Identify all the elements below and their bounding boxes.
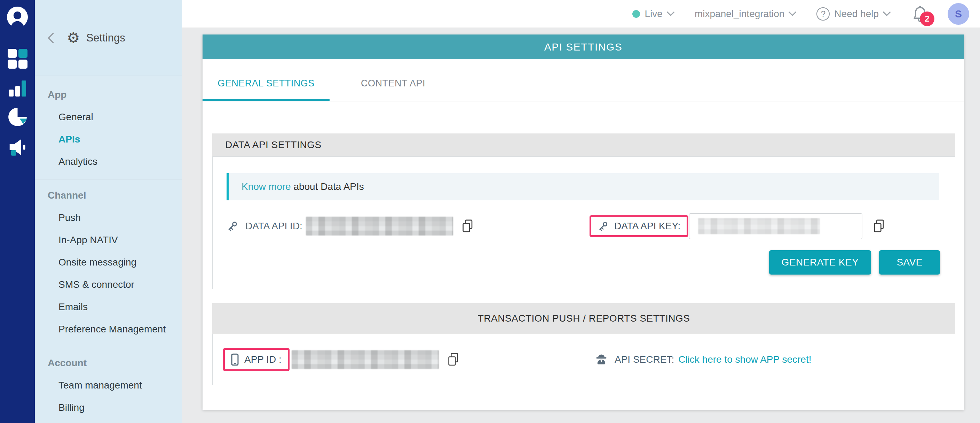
project-name: mixpanel_integration [695,8,784,19]
card-body: DATA API SETTINGS Know more about Data A… [202,101,964,385]
data-api-key-field: DATA API KEY: [590,213,885,239]
project-dropdown[interactable]: mixpanel_integration [695,8,796,19]
live-status-dot [632,10,640,18]
campaigns-megaphone-icon[interactable] [8,137,27,157]
save-button[interactable]: SAVE [879,250,940,275]
sidebar-item-team-management[interactable]: Team management [35,374,182,396]
settings-sidebar: ⚙ Settings App General APIs Analytics Ch… [35,0,182,423]
copy-icon[interactable] [461,219,474,233]
data-api-settings-section: Know more about Data APIs [212,156,955,289]
avatar-logo-icon [6,6,28,28]
sidebar-item-push[interactable]: Push [35,207,182,229]
live-label: Live [645,8,663,19]
know-more-text: about Data APIs [291,181,364,192]
back-chevron-icon[interactable] [47,32,54,44]
data-api-id-field: DATA API ID: [227,217,590,236]
data-api-id-value-redacted [306,217,453,236]
action-buttons-row: GENERATE KEY SAVE [213,250,955,275]
settings-header: ⚙ Settings [35,0,182,76]
dashboard-grid-icon[interactable] [8,49,27,69]
key-icon [598,220,609,232]
topbar: Live mixpanel_integration ? Need help [182,0,980,28]
api-secret-field: API SECRET: Click here to show APP secre… [595,353,811,366]
notification-count-badge: 2 [920,11,934,26]
sidebar-item-inapp-nativ[interactable]: In-App NATIV [35,229,182,251]
sidebar-item-billing[interactable]: Billing [35,396,182,419]
nav-rail [0,0,35,423]
transaction-settings-header: TRANSACTION PUSH / REPORTS SETTINGS [212,303,955,334]
sidebar-item-general[interactable]: General [35,106,182,128]
reports-pie-chart-icon[interactable] [8,107,27,127]
data-api-key-input[interactable] [689,213,862,239]
data-api-id-label: DATA API ID: [245,220,302,232]
app-id-label: APP ID : [244,354,282,365]
key-icon [227,220,239,232]
know-more-infobar: Know more about Data APIs [227,173,939,200]
sidebar-item-analytics[interactable]: Analytics [35,150,182,173]
rail-icon-list [8,49,27,168]
user-avatar[interactable]: S [948,3,969,25]
tab-bar: GENERAL SETTINGS CONTENT API [202,59,964,101]
need-help-dropdown[interactable]: ? Need help [816,7,891,21]
brand-logo[interactable] [6,6,28,28]
copy-icon[interactable] [447,353,460,367]
section-header-channel: Channel [35,184,182,207]
chevron-down-icon [667,11,675,16]
data-api-key-label: DATA API KEY: [614,220,680,232]
section-header-account: Account [35,352,182,374]
sidebar-item-sms-connector[interactable]: SMS & connector [35,273,182,296]
api-settings-card: API SETTINGS GENERAL SETTINGS CONTENT AP… [202,35,964,410]
mobile-phone-icon [231,353,239,366]
secret-agent-icon [595,353,608,366]
section-header-app: App [35,84,182,106]
page-title-banner: API SETTINGS [202,35,964,59]
api-secret-label: API SECRET: [614,354,674,365]
data-api-key-annotation-box: DATA API KEY: [590,215,688,237]
show-app-secret-link[interactable]: Click here to show APP secret! [678,354,811,365]
tab-general-settings[interactable]: GENERAL SETTINGS [202,59,329,101]
chevron-down-icon [789,11,796,16]
data-api-settings-header: DATA API SETTINGS [212,134,955,156]
know-more-link[interactable]: Know more [242,181,291,192]
app-id-annotation-box: APP ID : [223,348,290,371]
environment-dropdown[interactable]: Live [632,8,675,19]
need-help-label: Need help [834,8,879,19]
tab-content-api[interactable]: CONTENT API [329,59,457,101]
api-credentials-row: DATA API ID: [213,213,955,239]
transaction-settings-section: APP ID : [212,334,955,385]
question-mark-icon: ? [816,7,830,21]
sidebar-item-onsite-messaging[interactable]: Onsite messaging [35,251,182,273]
sidebar-item-apis[interactable]: APIs [35,128,182,150]
app-id-field: APP ID : [223,348,595,371]
gear-icon: ⚙ [67,31,80,45]
sidebar-item-emails[interactable]: Emails [35,296,182,318]
sidebar-item-preference-management[interactable]: Preference Management [35,318,182,340]
app-id-value-redacted [292,350,439,369]
generate-key-button[interactable]: GENERATE KEY [769,250,872,275]
main-content: API SETTINGS GENERAL SETTINGS CONTENT AP… [182,28,980,423]
notifications-bell[interactable]: 2 [912,5,928,22]
data-api-key-value-redacted [698,218,820,234]
settings-title: Settings [86,32,125,44]
analytics-bar-chart-icon[interactable] [8,79,27,96]
divider [35,179,182,179]
settings-nav: App General APIs Analytics Channel Push … [35,76,182,419]
chevron-down-icon [883,11,891,16]
copy-icon[interactable] [873,219,885,233]
